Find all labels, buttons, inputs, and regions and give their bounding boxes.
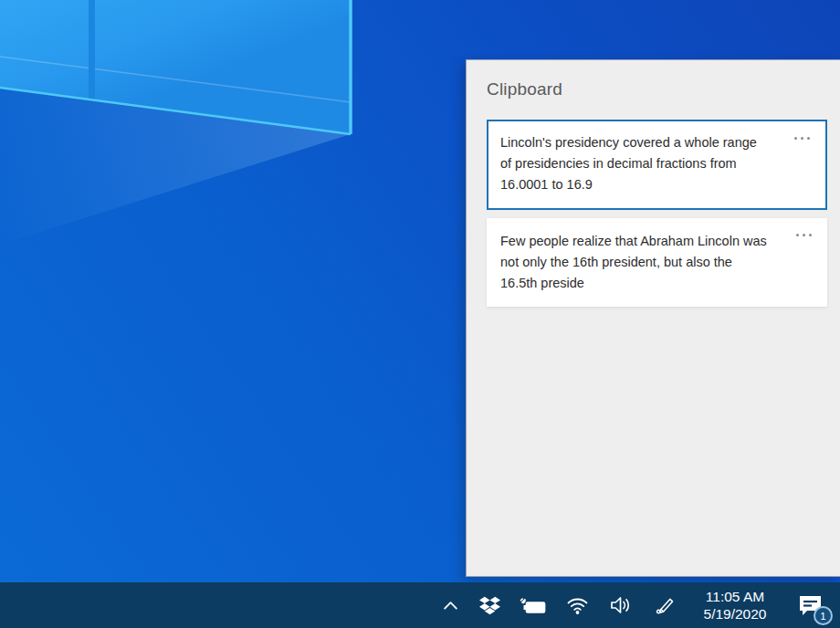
item-menu-button[interactable] <box>793 231 814 239</box>
wallpaper-window-mullion <box>89 0 95 99</box>
notification-badge: 1 <box>814 606 833 625</box>
clipboard-item[interactable]: Few people realize that Abraham Lincoln … <box>487 218 827 307</box>
clock-time: 11:05 AM <box>706 588 764 605</box>
ellipsis-icon <box>796 234 799 236</box>
battery-charging-icon <box>519 594 548 616</box>
ellipsis-icon <box>807 137 810 140</box>
pen-icon <box>655 595 676 616</box>
clipboard-panel-title: Clipboard <box>487 79 840 99</box>
clipboard-item-text: Few people realize that Abraham Lincoln … <box>500 231 771 294</box>
clock-date: 5/19/2020 <box>704 605 767 623</box>
action-center-button[interactable]: 1 <box>794 582 825 628</box>
system-tray: 11:05 AM 5/19/2020 1 <box>433 582 840 628</box>
ellipsis-icon <box>809 234 812 236</box>
ellipsis-icon <box>803 234 805 236</box>
ellipsis-icon <box>801 137 803 140</box>
taskbar-clock[interactable]: 11:05 AM 5/19/2020 <box>687 588 783 623</box>
wifi-icon <box>566 595 589 615</box>
battery-tray-button[interactable] <box>511 582 555 628</box>
item-menu-button[interactable] <box>792 134 813 142</box>
clipboard-item-text: Lincoln's presidency covered a whole ran… <box>500 132 769 195</box>
clipboard-history-panel: Clipboard Lincoln's presidency covered a… <box>466 59 840 577</box>
taskbar: 11:05 AM 5/19/2020 1 <box>0 582 840 628</box>
speaker-icon <box>609 595 633 615</box>
ellipsis-icon <box>794 137 797 140</box>
show-hidden-icons-button[interactable] <box>433 582 467 628</box>
clipboard-item[interactable]: Lincoln's presidency covered a whole ran… <box>487 120 827 210</box>
windows-ink-tray-button[interactable] <box>643 582 687 628</box>
volume-tray-button[interactable] <box>599 582 643 628</box>
dropbox-tray-button[interactable] <box>467 582 511 628</box>
network-tray-button[interactable] <box>555 582 599 628</box>
dropbox-icon <box>479 595 500 616</box>
chevron-up-icon <box>443 600 458 611</box>
